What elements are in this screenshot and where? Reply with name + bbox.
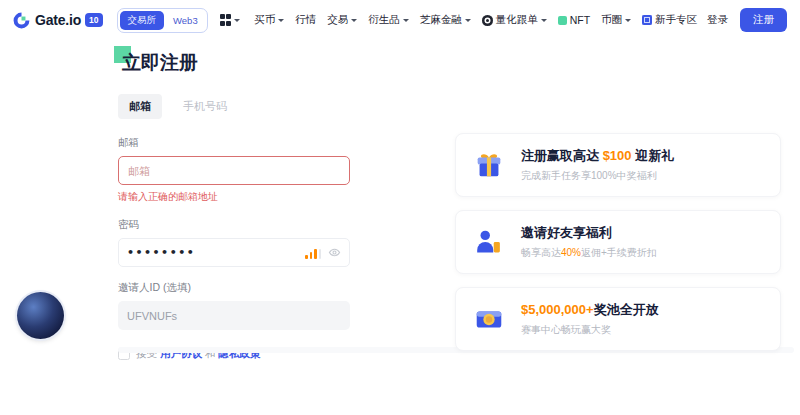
promo-subtitle-highlight: 40% — [561, 247, 581, 258]
promo-subtitle-text: 畅享高达 — [521, 247, 561, 258]
gift-icon — [472, 148, 506, 182]
chevron-down-icon — [541, 19, 547, 22]
nav-moments[interactable]: 币圈 — [601, 13, 631, 27]
nav-copy-trading[interactable]: 量化跟单 — [482, 13, 547, 27]
promo-subtitle: 赛事中心畅玩赢大奖 — [521, 323, 659, 337]
promo-title-text: 邀请好友享福利 — [521, 225, 612, 240]
nav-label: 币圈 — [601, 13, 622, 27]
promo-subtitle-text: 赛事中心畅玩赢大奖 — [521, 324, 611, 335]
promo-subtitle-text: 返佣+手续费折扣 — [581, 247, 657, 258]
promo-card-text: 注册赢取高达 $100 迎新礼 完成新手任务享100%中奖福利 — [521, 147, 674, 183]
promo-cards: 注册赢取高达 $100 迎新礼 完成新手任务享100%中奖福利 邀请好友享福利 … — [455, 133, 781, 364]
gateio-logo-icon — [12, 11, 31, 30]
password-strength-icon — [305, 248, 321, 259]
promo-title-text: 迎新礼 — [632, 148, 675, 163]
nav-finance[interactable]: 芝麻金融 — [420, 13, 471, 27]
nav-label: 交易 — [327, 13, 348, 27]
promo-card-referral[interactable]: 邀请好友享福利 畅享高达40%返佣+手续费折扣 — [455, 210, 781, 274]
nav-label: 新手专区 — [655, 13, 697, 27]
promo-card-welcome-bonus[interactable]: 注册赢取高达 $100 迎新礼 完成新手任务享100%中奖福利 — [455, 133, 781, 197]
promo-title-text: 奖池全开放 — [594, 302, 659, 317]
copy-trading-icon — [482, 15, 493, 26]
promo-card-text: 邀请好友享福利 畅享高达40%返佣+手续费折扣 — [521, 224, 657, 260]
promo-title-highlight: $5,000,000+ — [521, 302, 594, 317]
signup-form: 立即注册 邮箱 手机号码 邮箱 请输入正确的邮箱地址 密码 邀请人ID (选填) — [118, 50, 350, 361]
top-navbar: Gate.io 10 交易所 Web3 买币 行情 交易 衍生品 芝麻金融 — [0, 0, 800, 40]
chevron-down-icon — [351, 19, 357, 22]
invite-id-input[interactable] — [118, 301, 350, 330]
chevron-down-icon — [465, 19, 471, 22]
tab-phone[interactable]: 手机号码 — [172, 94, 238, 119]
tab-email[interactable]: 邮箱 — [118, 94, 162, 119]
email-input[interactable] — [118, 156, 350, 185]
password-field-group: 密码 — [118, 218, 350, 267]
nav-label: 行情 — [295, 13, 316, 27]
password-label: 密码 — [118, 218, 350, 232]
promo-title: 邀请好友享福利 — [521, 224, 657, 242]
promo-subtitle-text: 完成新手任务享100%中奖福利 — [521, 170, 657, 181]
nft-icon — [558, 16, 567, 25]
apps-menu-button[interactable] — [220, 14, 241, 26]
nav-nft[interactable]: NFT — [558, 14, 590, 26]
promo-subtitle: 畅享高达40%返佣+手续费折扣 — [521, 246, 657, 260]
chevron-down-icon — [403, 19, 409, 22]
chevron-down-icon — [625, 19, 631, 22]
gateio-logo[interactable]: Gate.io 10 — [12, 11, 103, 30]
toggle-exchange[interactable]: 交易所 — [120, 11, 165, 30]
chevron-down-icon — [278, 19, 284, 22]
password-extras — [305, 246, 341, 259]
email-label: 邮箱 — [118, 136, 350, 150]
promo-subtitle: 完成新手任务享100%中奖福利 — [521, 169, 674, 183]
invite-label: 邀请人ID (选填) — [118, 281, 350, 295]
chevron-down-icon — [234, 19, 240, 22]
nav-label: 芝麻金融 — [420, 13, 462, 27]
promo-title: $5,000,000+奖池全开放 — [521, 301, 659, 319]
invite-field-group: 邀请人ID (选填) — [118, 281, 350, 330]
register-button[interactable]: 注册 — [740, 8, 787, 32]
promo-title: 注册赢取高达 $100 迎新礼 — [521, 147, 674, 165]
support-avatar-widget[interactable] — [17, 292, 64, 339]
main-nav: 买币 行情 交易 衍生品 芝麻金融 量化跟单 NFT 币圈 — [254, 13, 697, 27]
page-title-block: 立即注册 — [118, 50, 350, 74]
toggle-web3[interactable]: Web3 — [166, 12, 205, 29]
beginner-zone-icon — [642, 15, 652, 25]
promo-card-prize-pool[interactable]: $5,000,000+奖池全开放 赛事中心畅玩赢大奖 — [455, 287, 781, 351]
nav-label: NFT — [570, 14, 590, 26]
nav-beginner-zone[interactable]: 新手专区 — [642, 13, 697, 27]
password-input-box — [118, 238, 350, 267]
email-error-text: 请输入正确的邮箱地址 — [118, 190, 350, 204]
page-title: 立即注册 — [118, 50, 350, 76]
promo-title-text: 注册赢取高达 — [521, 148, 603, 163]
nav-label: 量化跟单 — [496, 13, 538, 27]
gateio-logo-text: Gate.io — [35, 12, 81, 28]
promo-card-text: $5,000,000+奖池全开放 赛事中心畅玩赢大奖 — [521, 301, 659, 337]
nav-trade[interactable]: 交易 — [327, 13, 357, 27]
password-input[interactable] — [127, 246, 247, 259]
login-link[interactable]: 登录 — [707, 13, 728, 27]
exchange-web3-toggle[interactable]: 交易所 Web3 — [117, 8, 208, 33]
navbar-right: 登录 注册 — [707, 8, 800, 32]
prize-pool-icon — [472, 302, 506, 336]
nav-buy-crypto[interactable]: 买币 — [254, 13, 284, 27]
toggle-password-visibility-icon[interactable] — [328, 246, 341, 259]
nav-label: 买币 — [254, 13, 275, 27]
grid-menu-icon — [220, 14, 232, 26]
nav-label: 衍生品 — [368, 13, 400, 27]
nav-markets[interactable]: 行情 — [295, 13, 316, 27]
signup-method-tabs: 邮箱 手机号码 — [118, 94, 350, 119]
nav-derivatives[interactable]: 衍生品 — [368, 13, 409, 27]
anniversary-badge: 10 — [85, 13, 102, 27]
email-field-group: 邮箱 请输入正确的邮箱地址 — [118, 136, 350, 204]
invite-friends-icon — [472, 225, 506, 259]
promo-title-highlight: $100 — [603, 148, 632, 163]
